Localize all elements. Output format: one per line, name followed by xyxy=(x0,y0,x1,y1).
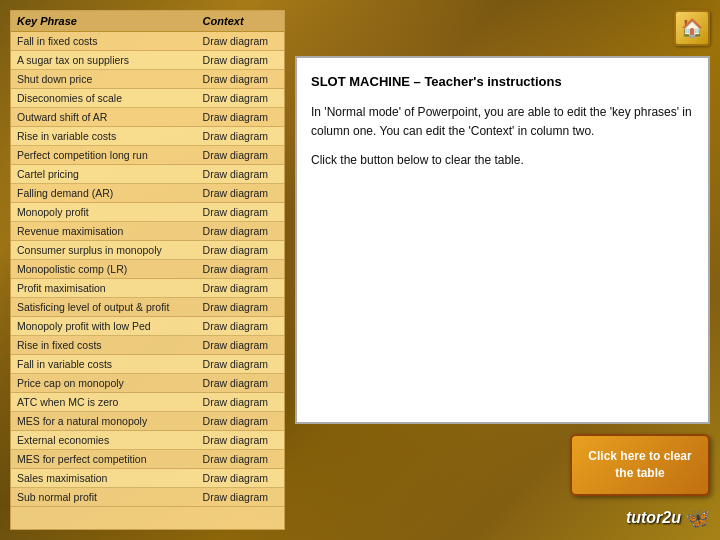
context-cell: Draw diagram xyxy=(197,431,284,450)
clear-button-line2: the table xyxy=(615,466,664,480)
phrase-cell: Rise in variable costs xyxy=(11,127,197,146)
phrase-cell: Fall in variable costs xyxy=(11,355,197,374)
table-row: Price cap on monopolyDraw diagram xyxy=(11,374,284,393)
phrase-cell: Monopolistic comp (LR) xyxy=(11,260,197,279)
context-cell: Draw diagram xyxy=(197,488,284,507)
context-cell: Draw diagram xyxy=(197,165,284,184)
context-cell: Draw diagram xyxy=(197,450,284,469)
table-row: Consumer surplus in monopolyDraw diagram xyxy=(11,241,284,260)
home-icon: 🏠 xyxy=(681,17,703,39)
phrase-cell: Cartel pricing xyxy=(11,165,197,184)
phrase-cell: Rise in fixed costs xyxy=(11,336,197,355)
context-cell: Draw diagram xyxy=(197,146,284,165)
context-cell: Draw diagram xyxy=(197,260,284,279)
context-cell: Draw diagram xyxy=(197,298,284,317)
phrase-cell: MES for perfect competition xyxy=(11,450,197,469)
key-phrase-table: Key Phrase Context Fall in fixed costsDr… xyxy=(10,10,285,530)
instructions-panel: 🏠 SLOT MACHINE – Teacher's instructions … xyxy=(295,10,710,530)
phrase-cell: Monopoly profit xyxy=(11,203,197,222)
context-cell: Draw diagram xyxy=(197,127,284,146)
phrase-cell: Perfect competition long run xyxy=(11,146,197,165)
context-cell: Draw diagram xyxy=(197,374,284,393)
phrase-cell: Profit maximisation xyxy=(11,279,197,298)
phrase-cell: Revenue maximisation xyxy=(11,222,197,241)
phrase-cell: Monopoly profit with low Ped xyxy=(11,317,197,336)
phrase-cell: Outward shift of AR xyxy=(11,108,197,127)
context-cell: Draw diagram xyxy=(197,412,284,431)
table-row: Sales maximisationDraw diagram xyxy=(11,469,284,488)
context-cell: Draw diagram xyxy=(197,89,284,108)
clear-button-line1: Click here to clear xyxy=(588,449,691,463)
context-cell: Draw diagram xyxy=(197,469,284,488)
table-row: Profit maximisationDraw diagram xyxy=(11,279,284,298)
table-row: Revenue maximisationDraw diagram xyxy=(11,222,284,241)
phrase-cell: Shut down price xyxy=(11,70,197,89)
table-row: Monopoly profitDraw diagram xyxy=(11,203,284,222)
table-row: Diseconomies of scaleDraw diagram xyxy=(11,89,284,108)
context-cell: Draw diagram xyxy=(197,241,284,260)
phrase-cell: ATC when MC is zero xyxy=(11,393,197,412)
phrase-cell: Satisficing level of output & profit xyxy=(11,298,197,317)
table-row: Rise in variable costsDraw diagram xyxy=(11,127,284,146)
table-row: A sugar tax on suppliersDraw diagram xyxy=(11,51,284,70)
tutor2u-logo: tutor2u xyxy=(626,509,681,527)
context-cell: Draw diagram xyxy=(197,336,284,355)
table-row: Satisficing level of output & profitDraw… xyxy=(11,298,284,317)
context-cell: Draw diagram xyxy=(197,355,284,374)
context-cell: Draw diagram xyxy=(197,70,284,89)
context-cell: Draw diagram xyxy=(197,222,284,241)
phrase-cell: MES for a natural monopoly xyxy=(11,412,197,431)
context-cell: Draw diagram xyxy=(197,393,284,412)
table-row: Monopoly profit with low PedDraw diagram xyxy=(11,317,284,336)
table-row: Cartel pricingDraw diagram xyxy=(11,165,284,184)
instructions-paragraph2: Click the button below to clear the tabl… xyxy=(311,151,694,170)
phrase-cell: Diseconomies of scale xyxy=(11,89,197,108)
phrase-cell: Sub normal profit xyxy=(11,488,197,507)
table-row: Outward shift of ARDraw diagram xyxy=(11,108,284,127)
phrase-cell: Sales maximisation xyxy=(11,469,197,488)
table-row: Shut down priceDraw diagram xyxy=(11,70,284,89)
phrase-cell: Falling demand (AR) xyxy=(11,184,197,203)
table-row: External economiesDraw diagram xyxy=(11,431,284,450)
table-row: Monopolistic comp (LR)Draw diagram xyxy=(11,260,284,279)
phrase-cell: Price cap on monopoly xyxy=(11,374,197,393)
home-button[interactable]: 🏠 xyxy=(674,10,710,46)
table-row: Falling demand (AR)Draw diagram xyxy=(11,184,284,203)
table-row: MES for a natural monopolyDraw diagram xyxy=(11,412,284,431)
clear-table-button[interactable]: Click here to clear the table xyxy=(570,434,710,496)
branding-area: tutor2u 🦋 xyxy=(295,506,710,530)
table-row: Rise in fixed costsDraw diagram xyxy=(11,336,284,355)
phrase-cell: Consumer surplus in monopoly xyxy=(11,241,197,260)
context-cell: Draw diagram xyxy=(197,317,284,336)
table-row: ATC when MC is zeroDraw diagram xyxy=(11,393,284,412)
table-row: Perfect competition long runDraw diagram xyxy=(11,146,284,165)
table-row: Fall in fixed costsDraw diagram xyxy=(11,32,284,51)
context-cell: Draw diagram xyxy=(197,108,284,127)
context-cell: Draw diagram xyxy=(197,32,284,51)
phrase-cell: External economies xyxy=(11,431,197,450)
context-cell: Draw diagram xyxy=(197,51,284,70)
context-cell: Draw diagram xyxy=(197,203,284,222)
col1-header: Key Phrase xyxy=(11,11,197,32)
instructions-title: SLOT MACHINE – Teacher's instructions xyxy=(311,72,694,93)
table-row: MES for perfect competitionDraw diagram xyxy=(11,450,284,469)
table-row: Sub normal profitDraw diagram xyxy=(11,488,284,507)
col2-header: Context xyxy=(197,11,284,32)
instructions-box: SLOT MACHINE – Teacher's instructions In… xyxy=(295,56,710,424)
instructions-paragraph1: In 'Normal mode' of Powerpoint, you are … xyxy=(311,103,694,141)
butterfly-icon: 🦋 xyxy=(685,506,710,530)
table-row: Fall in variable costsDraw diagram xyxy=(11,355,284,374)
context-cell: Draw diagram xyxy=(197,184,284,203)
phrase-cell: Fall in fixed costs xyxy=(11,32,197,51)
context-cell: Draw diagram xyxy=(197,279,284,298)
phrase-cell: A sugar tax on suppliers xyxy=(11,51,197,70)
